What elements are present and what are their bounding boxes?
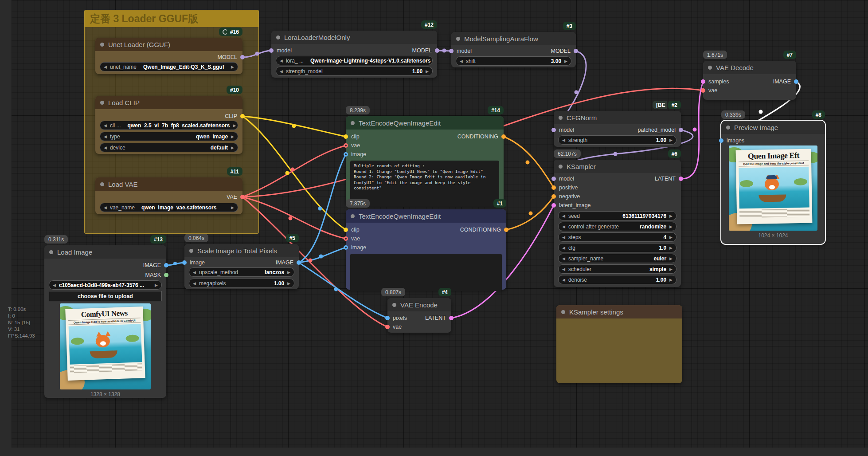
conditioning-output-port[interactable]: [504, 228, 508, 232]
wire-cond-te2-to-negative[interactable]: [506, 197, 554, 230]
node-header[interactable]: KSampler settings: [556, 305, 682, 318]
combo-left-arrow-icon[interactable]: ◀: [193, 270, 196, 275]
combo-right-arrow-icon[interactable]: ▶: [231, 65, 234, 69]
mask-output-port[interactable]: [164, 273, 168, 277]
collapse-dot-icon[interactable]: [189, 249, 193, 253]
patched-model-output-port[interactable]: [679, 128, 683, 132]
widget-megapixels[interactable]: ◀ megapixels 1.00 ▶: [189, 279, 294, 288]
collapse-dot-icon[interactable]: [351, 121, 355, 125]
images-input-port[interactable]: [719, 138, 723, 143]
node-cfgnorm[interactable]: [BE #2 CFGNorm model patched_model ◀ str…: [554, 111, 681, 147]
node-lora-loader[interactable]: #12 LoraLoaderModelOnly model MODEL ◀ lo…: [271, 31, 437, 78]
collapse-dot-icon[interactable]: [392, 303, 396, 307]
combo-left-arrow-icon[interactable]: ◀: [104, 145, 107, 150]
widget-upscale-method[interactable]: ◀ upscale_method lanczos ▶: [189, 267, 294, 277]
model-output-port[interactable]: [435, 48, 439, 53]
combo-right-arrow-icon[interactable]: ▶: [669, 246, 673, 250]
image-output-port[interactable]: [164, 263, 168, 267]
node-load-image[interactable]: 0.311s #13 Load Image IMAGE MASK ◀ c105a…: [44, 245, 166, 398]
combo-left-arrow-icon[interactable]: ◀: [562, 246, 565, 250]
group-loader-title[interactable]: 定番 3 Loader GGUF版: [85, 10, 258, 27]
combo-right-arrow-icon[interactable]: ▶: [231, 205, 234, 210]
combo-right-arrow-icon[interactable]: ▶: [426, 69, 429, 74]
vae-input-port[interactable]: [385, 325, 390, 329]
node-vae-encode[interactable]: 0.807s #4 VAE Encode pixels vae LATENT: [387, 298, 451, 333]
combo-left-arrow-icon[interactable]: ◀: [280, 59, 283, 63]
image-input-port[interactable]: [344, 152, 348, 157]
node-header[interactable]: Load CLIP: [95, 96, 242, 109]
vae-input-port[interactable]: [344, 236, 348, 241]
combo-right-arrow-icon[interactable]: ▶: [669, 138, 673, 142]
combo-left-arrow-icon[interactable]: ◀: [280, 69, 283, 74]
widget-clip-name[interactable]: ◀ cli ... qwen_2.5_vl_7b_fp8_scaled.safe…: [100, 121, 238, 130]
vae-input-port[interactable]: [701, 88, 705, 93]
model-input-port[interactable]: [269, 48, 274, 53]
clip-input-port[interactable]: [344, 134, 348, 139]
model-input-port[interactable]: [551, 128, 556, 132]
combo-left-arrow-icon[interactable]: ◀: [562, 278, 565, 282]
widget-denoise[interactable]: ◀ denoise 1.00 ▶: [558, 275, 676, 284]
image-output-port[interactable]: [297, 260, 301, 265]
combo-right-arrow-icon[interactable]: ▶: [669, 214, 673, 218]
widget-vae-name[interactable]: ◀ vae_name qwen_image_vae.safetensors ▶: [100, 203, 238, 212]
combo-left-arrow-icon[interactable]: ◀: [104, 205, 107, 210]
combo-right-arrow-icon[interactable]: ▶: [669, 224, 673, 229]
collapse-dot-icon[interactable]: [559, 165, 563, 169]
combo-left-arrow-icon[interactable]: ◀: [460, 59, 463, 63]
clip-output-port[interactable]: [240, 114, 245, 118]
vae-input-port[interactable]: [344, 143, 348, 148]
combo-right-arrow-icon[interactable]: ▶: [231, 134, 234, 139]
choose-file-button[interactable]: choose file to upload: [49, 291, 162, 301]
latent-output-port[interactable]: [679, 177, 683, 181]
collapse-dot-icon[interactable]: [49, 250, 53, 254]
node-ksampler-settings[interactable]: KSampler settings: [556, 305, 682, 383]
collapse-dot-icon[interactable]: [351, 214, 355, 218]
widget-shift[interactable]: ◀ shift 3.00 ▶: [456, 56, 571, 66]
node-header[interactable]: KSampler: [554, 160, 681, 173]
node-unet-loader-gguf[interactable]: #16 Unet Loader (GGUF) MODEL ◀ unet_name…: [95, 38, 242, 74]
prompt-textarea[interactable]: Multiple rounds of editing : Round 1: Ch…: [350, 161, 499, 207]
node-header[interactable]: Unet Loader (GGUF): [95, 38, 242, 51]
node-load-clip[interactable]: #10 Load CLIP CLIP ◀ cli ... qwen_2.5_vl…: [95, 96, 242, 154]
widget-image-file[interactable]: ◀ c105aecd-b3d8-499a-ab47-3576 ... ▶: [49, 280, 162, 290]
combo-right-arrow-icon[interactable]: ▶: [564, 59, 567, 63]
combo-left-arrow-icon[interactable]: ◀: [562, 138, 565, 142]
node-graph-canvas[interactable]: 定番 3 Loader GGUF版: [0, 0, 868, 456]
vae-output-port[interactable]: [240, 195, 245, 199]
latent-image-input-port[interactable]: [551, 203, 556, 208]
collapse-dot-icon[interactable]: [456, 37, 460, 41]
collapse-dot-icon[interactable]: [726, 126, 730, 130]
wire-latent-ksampler-to-vaedecode[interactable]: [681, 82, 703, 179]
widget-lora-name[interactable]: ◀ lora_ ... Qwen-Image-Lightning-4steps-…: [276, 56, 433, 65]
node-header[interactable]: Scale Image to Total Pixels: [184, 244, 299, 257]
combo-left-arrow-icon[interactable]: ◀: [562, 235, 565, 240]
combo-right-arrow-icon[interactable]: ▶: [669, 278, 673, 282]
node-load-vae[interactable]: #11 Load VAE VAE ◀ vae_name qwen_image_v…: [95, 177, 242, 214]
model-output-port[interactable]: [574, 49, 578, 53]
node-text-encode-negative[interactable]: 7.875s #1 TextEncodeQwenImageEdit clip v…: [346, 209, 506, 290]
negative-input-port[interactable]: [551, 194, 556, 199]
node-model-sampling-auraflow[interactable]: #3 ModelSamplingAuraFlow model MODEL ◀ s…: [451, 32, 576, 67]
widget-strength[interactable]: ◀ strength 1.00 ▶: [558, 135, 676, 145]
pixels-input-port[interactable]: [385, 316, 390, 320]
combo-right-arrow-icon[interactable]: ▶: [287, 270, 290, 275]
node-ksampler[interactable]: 62.107s #6 KSampler model positive negat…: [554, 160, 681, 287]
collapse-dot-icon[interactable]: [276, 35, 280, 39]
node-preview-image[interactable]: 0.339s #8 Preview Image images Quen Imag…: [721, 121, 825, 244]
combo-right-arrow-icon[interactable]: ▶: [287, 281, 290, 286]
node-header[interactable]: Preview Image: [721, 121, 825, 134]
combo-left-arrow-icon[interactable]: ◀: [104, 123, 107, 128]
collapse-dot-icon[interactable]: [708, 66, 712, 70]
widget-strength-model[interactable]: ◀ strength_model 1.00 ▶: [276, 67, 433, 76]
widget-unet-name[interactable]: ◀ unet_name Qwen_Image_Edit-Q3_K_S.gguf …: [100, 62, 238, 71]
node-header[interactable]: CFGNorm: [554, 111, 681, 124]
node-header[interactable]: ModelSamplingAuraFlow: [451, 32, 576, 45]
widget-cfg[interactable]: ◀ cfg 1.0 ▶: [558, 243, 676, 252]
prompt-textarea[interactable]: [350, 254, 502, 291]
widget-sampler-name[interactable]: ◀ sampler_name euler ▶: [558, 254, 676, 263]
collapse-dot-icon[interactable]: [100, 43, 104, 47]
node-header[interactable]: LoraLoaderModelOnly: [271, 31, 437, 44]
combo-left-arrow-icon[interactable]: ◀: [104, 65, 107, 69]
model-output-port[interactable]: [240, 55, 245, 59]
widget-steps[interactable]: ◀ steps 4 ▶: [558, 232, 676, 242]
